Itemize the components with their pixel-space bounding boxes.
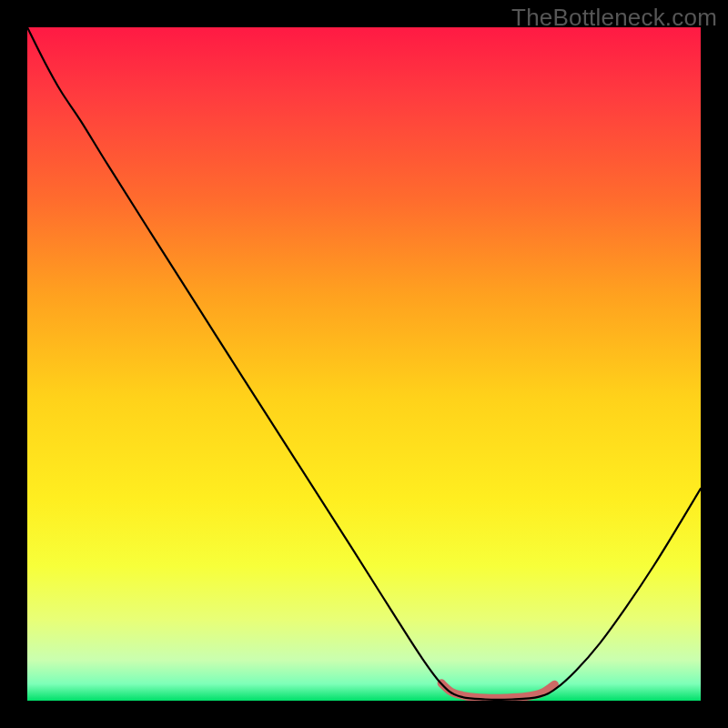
plot-svg [27, 27, 701, 701]
chart-container: TheBottleneck.com [0, 0, 728, 728]
plot-area [27, 27, 701, 701]
gradient-background [27, 27, 701, 701]
